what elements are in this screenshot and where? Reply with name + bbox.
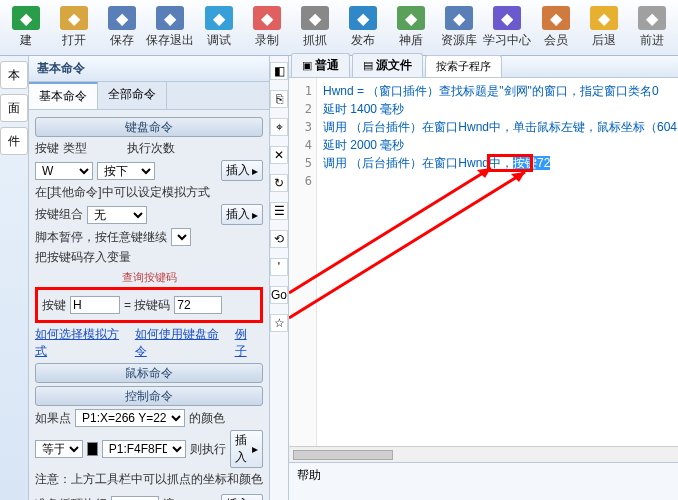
- tbtn-0[interactable]: ◆建: [2, 0, 50, 55]
- tbtn-3[interactable]: ◆保存退出: [146, 0, 194, 55]
- tbtn-10[interactable]: ◆学习中心: [483, 0, 531, 55]
- line-numbers: 123456: [289, 78, 317, 446]
- query-key-input[interactable]: [70, 296, 120, 314]
- insert-combo-button[interactable]: 插入▸: [221, 204, 263, 225]
- link-keyboard-cmd[interactable]: 如何使用键盘命令: [135, 326, 225, 360]
- link-example[interactable]: 例子: [235, 326, 257, 360]
- tab-basic[interactable]: 基本命令: [29, 82, 98, 109]
- tbtn-11[interactable]: ◆会员: [532, 0, 580, 55]
- gutter-tool-1[interactable]: ⎘: [270, 90, 288, 108]
- gutter-tool-0[interactable]: ◧: [270, 62, 288, 80]
- loop-label: 准备循环执行: [35, 496, 107, 500]
- rail-1[interactable]: 面: [0, 94, 28, 122]
- tbtn-8[interactable]: ◆神盾: [387, 0, 435, 55]
- left-rail: 本面件: [0, 56, 29, 500]
- panel-title: 基本命令: [29, 56, 269, 82]
- note-other-cmd: 在[其他命令]中可以设定模拟方式: [35, 184, 263, 201]
- insert-key-button[interactable]: 插入▸: [221, 160, 263, 181]
- gutter-tool-8[interactable]: Go: [270, 286, 288, 304]
- gutter-tool-6[interactable]: ⟲: [270, 230, 288, 248]
- key-select[interactable]: W: [35, 162, 93, 180]
- gutter-tool-7[interactable]: ': [270, 258, 288, 276]
- loop-count-input[interactable]: [111, 496, 159, 501]
- color-select[interactable]: P1:F4F8FD: [102, 440, 186, 458]
- tbtn-4[interactable]: ◆调试: [195, 0, 243, 55]
- save-keycode-label: 把按键码存入变量: [35, 249, 263, 266]
- gutter-tools: ◧⎘⌖✕↻☰⟲'Go☆: [270, 56, 289, 500]
- type-label: 类型: [63, 140, 87, 157]
- count-label: 执行次数: [127, 140, 175, 157]
- horizontal-scrollbar[interactable]: [289, 446, 678, 462]
- code-area: ▣ 普通 ▤ 源文件 按索子程序 123456 Hwnd = （窗口插件）查找标…: [289, 56, 678, 500]
- combo-label: 按键组合: [35, 206, 83, 223]
- tbtn-2[interactable]: ◆保存: [98, 0, 146, 55]
- code-tabs: ▣ 普通 ▤ 源文件 按索子程序: [289, 56, 678, 78]
- key-label: 按键: [35, 140, 59, 157]
- query-code-input[interactable]: [174, 296, 222, 314]
- command-panel: 基本命令 基本命令 全部命令 键盘命令 ▾ 按键 类型 执行次数 W 按下 插入…: [29, 56, 270, 500]
- pause-select[interactable]: [171, 228, 191, 246]
- tbtn-5[interactable]: ◆录制: [243, 0, 291, 55]
- codetab-sub[interactable]: 按索子程序: [425, 55, 502, 77]
- panel-body: 键盘命令 ▾ 按键 类型 执行次数 W 按下 插入▸ 在[其他命令]中可以设定模…: [29, 110, 269, 500]
- gutter-tool-2[interactable]: ⌖: [270, 118, 288, 136]
- tbtn-7[interactable]: ◆发布: [339, 0, 387, 55]
- tbtn-13[interactable]: ◆前进: [628, 0, 676, 55]
- point-select[interactable]: P1:X=266 Y=228: [75, 409, 185, 427]
- tbtn-1[interactable]: ◆打开: [50, 0, 98, 55]
- source-code[interactable]: Hwnd = （窗口插件）查找标题是"剑网"的窗口，指定窗口类名0 延时 140…: [317, 78, 678, 446]
- pause-label: 脚本暂停，按任意键继续: [35, 229, 167, 246]
- link-sim-mode[interactable]: 如何选择模拟方式: [35, 326, 125, 360]
- tbtn-6[interactable]: ◆抓抓: [291, 0, 339, 55]
- gutter-tool-5[interactable]: ☰: [270, 202, 288, 220]
- gutter-tool-9[interactable]: ☆: [270, 314, 288, 332]
- insert-if-button[interactable]: 插入▸: [230, 430, 263, 468]
- cond-select[interactable]: 等于: [35, 440, 83, 458]
- gutter-tool-3[interactable]: ✕: [270, 146, 288, 164]
- tab-all[interactable]: 全部命令: [98, 82, 167, 109]
- insert-loop-button[interactable]: 插入▸: [221, 494, 263, 500]
- keycode-query-row: 按键 = 按键码: [35, 287, 263, 323]
- group-mouse[interactable]: 鼠标命令: [35, 363, 263, 383]
- group-keyboard[interactable]: 键盘命令 ▾: [35, 117, 263, 137]
- rail-0[interactable]: 本: [0, 61, 28, 89]
- note-grab: 注意：上方工具栏中可以抓点的坐标和颜色: [35, 471, 263, 488]
- tbtn-9[interactable]: ◆资源库: [435, 0, 483, 55]
- panel-tabs: 基本命令 全部命令: [29, 82, 269, 110]
- gutter-tool-4[interactable]: ↻: [270, 174, 288, 192]
- codetab-source[interactable]: ▤ 源文件: [352, 53, 423, 77]
- callout-code: [487, 154, 533, 172]
- main-toolbar: ◆建◆打开◆保存◆保存退出◆调试◆录制◆抓抓◆发布◆神盾◆资源库◆学习中心◆会员…: [0, 0, 678, 56]
- rail-2[interactable]: 件: [0, 127, 28, 155]
- codetab-normal[interactable]: ▣ 普通: [291, 53, 350, 77]
- query-keycode-title: 查询按键码: [35, 270, 263, 285]
- if-point-label: 如果点: [35, 410, 71, 427]
- help-panel: 帮助: [289, 462, 678, 500]
- group-control[interactable]: 控制命令: [35, 386, 263, 406]
- color-swatch[interactable]: [87, 442, 98, 456]
- type-select[interactable]: 按下: [97, 162, 155, 180]
- combo-select[interactable]: 无: [87, 206, 147, 224]
- tbtn-12[interactable]: ◆后退: [580, 0, 628, 55]
